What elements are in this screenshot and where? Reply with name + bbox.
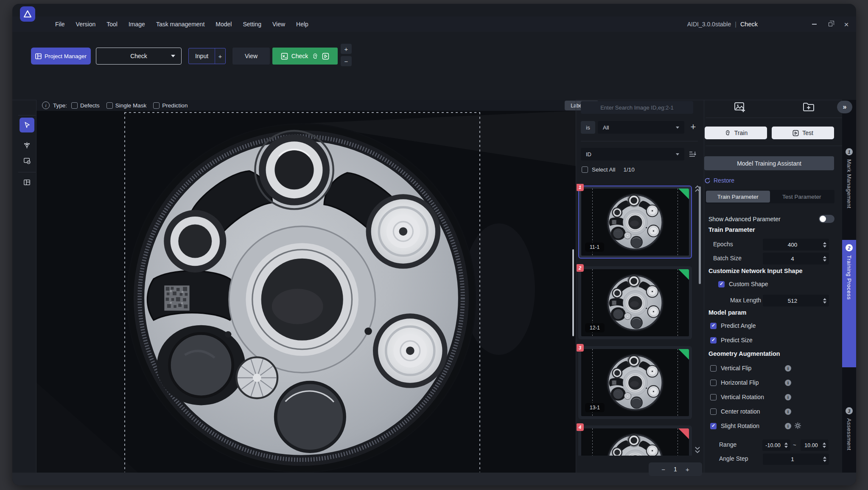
filter-defects[interactable]: Defects <box>71 102 100 109</box>
app-logo <box>20 6 35 22</box>
thumbnail-item[interactable]: 13-1 3 <box>578 346 692 419</box>
page-prev-button[interactable]: − <box>661 466 665 473</box>
info-icon[interactable] <box>785 423 791 429</box>
condition-select[interactable]: All <box>598 121 684 134</box>
select-all-checkbox[interactable] <box>582 166 588 173</box>
zoom-out-button[interactable]: − <box>341 56 352 66</box>
menu-version[interactable]: Version <box>70 17 101 32</box>
max-length-stepper[interactable]: 512 <box>763 295 829 307</box>
sort-select[interactable]: ID <box>581 148 684 161</box>
scroll-to-bottom-icon[interactable] <box>694 444 701 455</box>
angle-step-stepper[interactable]: 1 <box>763 453 829 465</box>
custom-shape-checkbox[interactable] <box>718 281 725 287</box>
thumbnail-item[interactable]: 4 <box>578 425 692 456</box>
info-icon[interactable] <box>785 408 791 415</box>
menu-help[interactable]: Help <box>291 17 314 32</box>
tab-label: Training Process <box>846 255 852 300</box>
close-button[interactable] <box>842 20 851 29</box>
range-max-stepper[interactable]: 10.00 <box>801 439 829 451</box>
predict-size-row[interactable]: Predict Size <box>710 337 753 344</box>
menu-view[interactable]: View <box>267 17 291 32</box>
custom-shape-row[interactable]: Custom Shape <box>718 281 768 287</box>
zoom-in-button[interactable]: + <box>341 44 352 54</box>
thumbnail-scrollbar[interactable] <box>699 186 701 284</box>
horizontal-flip-row[interactable]: Horizontal Flip <box>710 379 759 386</box>
stepper-arrows[interactable] <box>784 439 790 451</box>
restore-button[interactable] <box>826 20 835 29</box>
tab-train-parameter[interactable]: Train Parameter <box>706 191 770 203</box>
prediction-checkbox[interactable] <box>153 102 160 109</box>
remove-region-tool-button[interactable] <box>20 153 34 168</box>
range-min-stepper[interactable]: -10.00 <box>762 439 790 451</box>
add-filter-button[interactable]: + <box>688 121 699 132</box>
restore-link[interactable]: Restore <box>704 177 734 184</box>
add-image-icon[interactable] <box>734 101 746 113</box>
inspection-canvas[interactable]: X:993,Y:2 | R:35 G:35 B:35 <box>36 111 576 473</box>
defects-label: Defects <box>80 102 100 109</box>
tab-mark-management[interactable]: 1 Mark Management <box>842 144 856 242</box>
menu-setting[interactable]: Setting <box>237 17 267 32</box>
filter-prediction[interactable]: Prediction <box>153 102 188 109</box>
predict-size-checkbox[interactable] <box>710 337 717 344</box>
input-tab[interactable]: Input + <box>188 48 226 64</box>
sort-order-icon[interactable] <box>689 150 696 158</box>
center-rotation-row[interactable]: Center rotation <box>710 408 760 415</box>
vertical-flip-row[interactable]: Vertical Flip <box>710 365 751 372</box>
thumbnail-item[interactable]: 12-1 2 <box>578 266 692 339</box>
tab-test-parameter[interactable]: Test Parameter <box>770 191 834 203</box>
tab-training-process[interactable]: 2 Training Process <box>842 240 856 367</box>
vertical-rotation-checkbox[interactable] <box>710 394 717 400</box>
defects-checkbox[interactable] <box>71 102 78 109</box>
selection-guide-left <box>124 112 125 472</box>
page-next-button[interactable]: + <box>686 466 689 473</box>
stepper-arrows[interactable] <box>822 439 829 451</box>
info-icon[interactable] <box>785 380 791 386</box>
predict-angle-checkbox[interactable] <box>710 323 717 329</box>
info-icon[interactable] <box>785 394 791 400</box>
search-input[interactable] <box>581 101 693 114</box>
epochs-stepper[interactable]: 400 <box>763 239 829 251</box>
horizontal-flip-checkbox[interactable] <box>710 380 717 386</box>
view-button[interactable]: View <box>232 48 270 65</box>
predict-angle-row[interactable]: Predict Angle <box>710 322 756 329</box>
center-rotation-checkbox[interactable] <box>710 408 717 415</box>
gear-icon[interactable] <box>794 422 801 429</box>
menu-bar: File Version Tool Image Task management … <box>12 17 856 32</box>
stepper-arrows[interactable] <box>822 253 829 265</box>
menu-model[interactable]: Model <box>210 17 237 32</box>
viewer-scrollbar[interactable] <box>572 249 574 336</box>
collapse-panel-button[interactable]: » <box>837 101 852 113</box>
select-tool-button[interactable] <box>20 118 34 132</box>
model-training-assistant-button[interactable]: Model Training Assistant <box>704 156 834 170</box>
train-button[interactable]: Train <box>705 127 767 139</box>
vertical-flip-checkbox[interactable] <box>710 365 717 372</box>
annotate-tool-button[interactable] <box>20 138 34 152</box>
minimize-button[interactable] <box>809 20 819 29</box>
layout-tool-button[interactable] <box>20 175 34 190</box>
thumbnail-index-badge: 3 <box>577 344 584 352</box>
menu-image[interactable]: Image <box>123 17 151 32</box>
info-icon[interactable]: i <box>42 101 50 109</box>
test-button[interactable]: Test <box>772 127 834 139</box>
task-select[interactable]: Check <box>96 48 182 65</box>
slight-rotation-row[interactable]: Slight Rotation <box>710 422 759 429</box>
stepper-arrows[interactable] <box>822 239 829 251</box>
vertical-rotation-row[interactable]: Vertical Rotation <box>710 394 764 400</box>
single-mask-checkbox[interactable] <box>106 102 113 109</box>
filter-single-mask[interactable]: Single Mask <box>106 102 147 109</box>
add-tab-button[interactable]: + <box>215 53 225 60</box>
project-manager-button[interactable]: Project Manager <box>31 48 91 65</box>
stepper-arrows[interactable] <box>822 453 829 465</box>
check-run-button[interactable]: Check <box>272 48 338 65</box>
menu-file[interactable]: File <box>50 17 70 32</box>
add-folder-icon[interactable] <box>802 101 815 113</box>
tab-assessment[interactable]: 3 Assessment <box>842 403 856 473</box>
info-icon[interactable] <box>785 365 791 372</box>
batch-size-stepper[interactable]: 4 <box>763 253 829 265</box>
menu-tool[interactable]: Tool <box>101 17 123 32</box>
thumbnail-item[interactable]: 11-1 1 <box>578 186 692 259</box>
stepper-arrows[interactable] <box>822 295 829 307</box>
menu-task-management[interactable]: Task management <box>151 17 210 32</box>
advanced-parameter-toggle[interactable] <box>819 215 834 223</box>
slight-rotation-checkbox[interactable] <box>710 423 717 429</box>
